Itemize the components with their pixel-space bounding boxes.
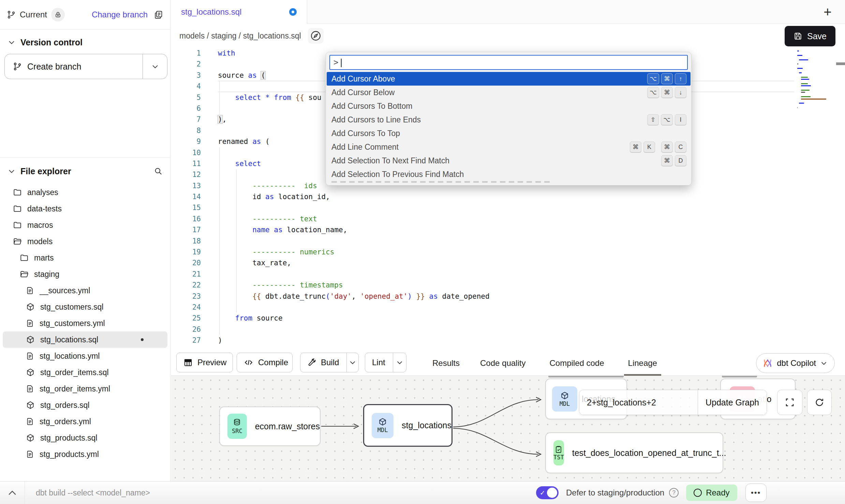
compile-button[interactable]: Compile [237, 353, 293, 372]
version-control-header[interactable]: Version control [0, 31, 170, 53]
file-explorer-header[interactable]: File explorer [0, 160, 170, 182]
shortcut-keys: ⌥⌘↑ [645, 73, 686, 84]
minimap-line [801, 90, 810, 91]
command-item-add-selection-to-previous-find-match[interactable]: Add Selection To Previous Find Match [327, 167, 691, 181]
tree-file-stg_products.yml[interactable]: stg_products.yml [3, 446, 167, 462]
more-options-button[interactable]: ••• [745, 484, 767, 502]
tree-file-stg_products.sql[interactable]: stg_products.sql [3, 430, 167, 446]
tree-folder-macros[interactable]: macros [3, 217, 167, 233]
node-label: test_does_location_opened_at_trunc_t... [572, 448, 726, 458]
keycap: ↓ [675, 87, 686, 98]
navigate-compass-icon[interactable] [308, 28, 324, 44]
new-tab-button[interactable]: + [820, 5, 835, 19]
expand-command-bar-button[interactable] [0, 490, 25, 496]
tree-folder-data-tests[interactable]: data-tests [3, 201, 167, 217]
change-branch-link[interactable]: Change branch [92, 10, 148, 19]
token: 'day' [330, 292, 352, 300]
breadcrumb[interactable]: models / staging / stg_locations.sql [179, 31, 301, 41]
tree-file-stg_customers.yml[interactable]: stg_customers.yml [3, 315, 167, 331]
token: sou [304, 93, 322, 102]
tree-file-stg_orders.sql[interactable]: stg_orders.sql [3, 397, 167, 413]
tree-file-stg_locations.sql[interactable]: stg_locations.sql [3, 331, 167, 348]
minimap-line [797, 55, 802, 56]
tab-lineage[interactable]: Lineage [628, 351, 657, 376]
node-label: stg_locations [402, 420, 451, 430]
build-button[interactable]: Build [300, 358, 346, 367]
search-icon[interactable] [154, 167, 163, 176]
minimap[interactable] [797, 50, 836, 109]
keycap: ⌘ [661, 73, 673, 84]
code-line-14: id as location_id, [218, 191, 794, 202]
line-number: 15 [171, 202, 201, 213]
token: select * from [235, 93, 296, 102]
help-icon[interactable]: ? [669, 488, 679, 498]
lineage-selector-input[interactable] [579, 390, 698, 415]
file-name: stg_products.yml [40, 450, 99, 459]
lineage-graph-panel[interactable]: SRC ecom.raw_stores MDL stg_locations MD… [171, 376, 845, 481]
database-icon [233, 418, 241, 427]
status-circle-icon [694, 489, 702, 497]
plus-icon: + [824, 4, 831, 20]
command-item-add-cursors-to-top[interactable]: Add Cursors To Top [327, 127, 691, 140]
lineage-node-stg-locations[interactable]: MDL stg_locations [363, 404, 453, 447]
ready-status-button[interactable]: Ready [686, 485, 737, 501]
refresh-button[interactable] [807, 390, 832, 415]
lineage-node-test[interactable]: TST test_does_location_opened_at_trunc_t… [545, 432, 723, 473]
token [218, 292, 252, 300]
tree-folder-marts[interactable]: marts [3, 250, 167, 266]
lineage-node-source[interactable]: SRC ecom.raw_stores [219, 406, 321, 446]
create-branch-button[interactable]: Create branch [5, 54, 143, 79]
update-graph-button[interactable]: Update Graph [698, 390, 767, 415]
preview-button[interactable]: Preview [176, 353, 233, 372]
command-item-add-cursors-to-bottom[interactable]: Add Cursors To Bottom [327, 99, 691, 113]
copy-icon[interactable] [154, 10, 163, 19]
tree-file-stg_locations.yml[interactable]: stg_locations.yml [3, 348, 167, 364]
command-item-add-cursors-to-line-ends[interactable]: Add Cursors to Line Ends⇧⌥I [327, 113, 691, 127]
line-number: 7 [171, 114, 201, 125]
lint-dropdown[interactable] [393, 353, 406, 372]
code-line-25: from source [218, 313, 794, 324]
folder-icon [13, 188, 22, 197]
tree-file-__sources.yml[interactable]: __sources.yml [3, 282, 167, 299]
tree-file-stg_order_items.sql[interactable]: stg_order_items.sql [3, 364, 167, 381]
command-palette-input[interactable]: >| [329, 55, 688, 70]
build-dropdown[interactable] [346, 353, 358, 372]
create-branch-dropdown[interactable] [143, 54, 167, 79]
tree-folder-staging[interactable]: staging [3, 266, 167, 282]
dbt-copilot-button[interactable]: dbt Copilot [756, 353, 835, 373]
tab-code-quality[interactable]: Code quality [480, 351, 525, 376]
command-item-add-cursor-below[interactable]: Add Cursor Below⌥⌘↓ [327, 86, 691, 99]
line-number: 14 [171, 191, 201, 202]
text-cursor: | [339, 58, 343, 67]
tab-stg-locations-sql[interactable]: stg_locations.sql [171, 0, 307, 24]
node-kind-badge: SRC [232, 428, 242, 434]
minimap-line [801, 92, 805, 93]
command-input[interactable]: dbt build --select <model_name> [25, 481, 536, 504]
minimap-line [797, 68, 803, 69]
defer-label: Defer to staging/production [566, 488, 664, 498]
token: from [235, 314, 257, 322]
fullscreen-button[interactable] [777, 390, 802, 415]
command-item-add-line-comment[interactable]: Add Line Comment⌘K⌘C [327, 140, 691, 154]
clipped-command-row [331, 181, 686, 184]
model-icon [26, 302, 35, 311]
command-item-add-cursor-above[interactable]: Add Cursor Above⌥⌘↑ [327, 72, 691, 86]
tab-compiled-code[interactable]: Compiled code [549, 351, 604, 376]
model-icon [26, 433, 35, 442]
tree-file-stg_order_items.yml[interactable]: stg_order_items.yml [3, 381, 167, 397]
build-button-group: Build [300, 353, 359, 372]
save-button[interactable]: Save [785, 26, 835, 46]
tree-file-stg_customers.sql[interactable]: stg_customers.sql [3, 299, 167, 315]
tab-results[interactable]: Results [432, 351, 460, 376]
tree-folder-models[interactable]: models [3, 233, 167, 250]
lint-button[interactable]: Lint [365, 358, 393, 367]
chevron-down-icon [151, 62, 159, 71]
file-name: stg_products.sql [40, 433, 97, 443]
command-item-add-selection-to-next-find-match[interactable]: Add Selection To Next Find Match⌘D [327, 154, 691, 167]
defer-toggle[interactable]: ✓ [536, 486, 559, 499]
tree-file-stg_orders.yml[interactable]: stg_orders.yml [3, 413, 167, 430]
scrollbar-thumb[interactable] [836, 62, 845, 65]
indent-guide [219, 81, 220, 114]
palette-prompt: > [333, 58, 338, 67]
tree-folder-analyses[interactable]: analyses [3, 184, 167, 201]
